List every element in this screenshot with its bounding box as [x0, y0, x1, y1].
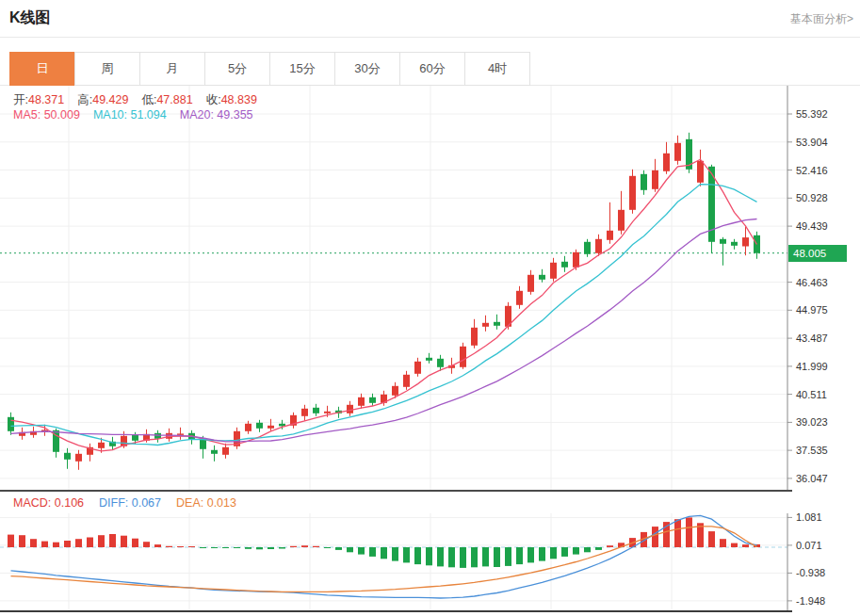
interval-tabs: 日周月5分15分30分60分4时 — [0, 52, 860, 86]
readout-item: MA5: 50.009 — [13, 108, 80, 122]
ma-readout: MA5: 50.009MA10: 51.094MA20: 49.355 — [13, 108, 267, 122]
svg-text:36.047: 36.047 — [796, 473, 828, 484]
svg-text:40.511: 40.511 — [796, 389, 827, 400]
svg-text:44.975: 44.975 — [796, 304, 828, 316]
readout-item: DIFF: 0.067 — [99, 496, 161, 510]
readout-item: 收:48.839 — [206, 93, 270, 106]
readout-item: MACD: 0.106 — [13, 496, 84, 510]
readout-item: 高:49.429 — [77, 93, 141, 106]
tab-周[interactable]: 周 — [74, 52, 140, 86]
page-title: K线图 — [9, 8, 51, 28]
tab-日[interactable]: 日 — [9, 52, 75, 86]
svg-text:49.439: 49.439 — [796, 220, 828, 232]
svg-text:46.463: 46.463 — [796, 277, 828, 288]
svg-text:1.081: 1.081 — [796, 513, 822, 523]
svg-text:37.535: 37.535 — [796, 445, 828, 456]
svg-text:-0.938: -0.938 — [796, 567, 825, 578]
tab-30分[interactable]: 30分 — [334, 52, 400, 86]
readout-item: MA10: 51.094 — [93, 108, 167, 122]
macd-chart-svg[interactable]: 1.0810.071-0.938-1.948 — [0, 513, 860, 610]
fundamental-analysis-link[interactable]: 基本面分析> — [790, 11, 853, 27]
svg-text:50.928: 50.928 — [796, 192, 828, 203]
svg-text:43.487: 43.487 — [796, 332, 828, 344]
svg-text:41.999: 41.999 — [796, 361, 828, 372]
svg-text:53.904: 53.904 — [796, 137, 828, 148]
readout-item: MA20: 49.355 — [180, 108, 253, 122]
chart-bottom-border — [0, 610, 792, 612]
svg-text:52.416: 52.416 — [796, 165, 828, 176]
tab-15分[interactable]: 15分 — [269, 52, 335, 86]
svg-text:0.071: 0.071 — [796, 540, 822, 551]
readout-item: 低:47.881 — [141, 93, 205, 106]
svg-text:39.023: 39.023 — [796, 416, 828, 428]
tab-60分[interactable]: 60分 — [399, 52, 465, 86]
svg-text:-1.948: -1.948 — [796, 595, 825, 607]
tab-月[interactable]: 月 — [139, 52, 205, 86]
kline-page: K线图 基本面分析> 日周月5分15分30分60分4时 55.39253.904… — [0, 0, 860, 616]
price-chart-svg[interactable]: 55.39253.90452.41650.92849.43946.46344.9… — [0, 86, 860, 490]
panel-separator — [0, 490, 792, 492]
macd-readout: MACD: 0.106DIFF: 0.067DEA: 0.013 — [13, 496, 252, 510]
ohlc-readout: 开:48.371高:49.429低:47.881收:48.839 — [13, 92, 270, 108]
page-header: K线图 基本面分析> — [0, 0, 860, 38]
chart-area: 55.39253.90452.41650.92849.43946.46344.9… — [0, 86, 860, 615]
readout-item: 开:48.371 — [13, 93, 77, 106]
readout-item: DEA: 0.013 — [176, 496, 236, 510]
current-price-tag: 48.005 — [788, 245, 847, 262]
tab-4时[interactable]: 4时 — [464, 52, 530, 86]
tab-5分[interactable]: 5分 — [204, 52, 270, 86]
svg-text:55.392: 55.392 — [796, 108, 828, 120]
